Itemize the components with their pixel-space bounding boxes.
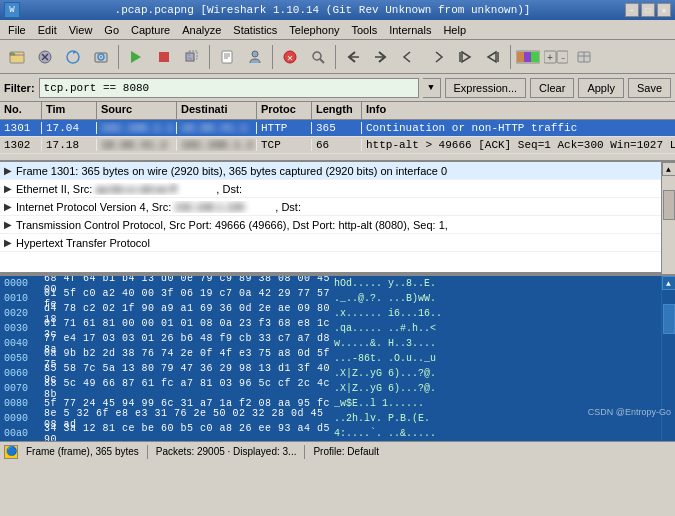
detail-row[interactable]: ▶ Internet Protocol Version 4, Src: 192.…	[0, 198, 661, 216]
minimize-button[interactable]: −	[625, 3, 639, 17]
status-separator-2	[304, 445, 305, 459]
col-header-dst: Destinati	[177, 102, 257, 119]
detail-text: Hypertext Transfer Protocol	[16, 237, 661, 249]
col-header-no: No.	[0, 102, 42, 119]
settings-button[interactable]	[571, 44, 597, 70]
status-icon: 🔵	[4, 445, 18, 459]
detail-row[interactable]: ▶ Ethernet II, Src: aa:bb:cc:dd:ee:ff , …	[0, 180, 661, 198]
close-button[interactable]: ✕	[657, 3, 671, 17]
first-button[interactable]	[452, 44, 478, 70]
menu-capture[interactable]: Capture	[125, 22, 176, 38]
col-header-info: Info	[362, 102, 675, 119]
packet-proto: HTTP	[257, 122, 312, 134]
filter-input[interactable]	[39, 78, 419, 98]
back-button[interactable]	[340, 44, 366, 70]
svg-point-7	[100, 56, 102, 58]
menu-edit[interactable]: Edit	[32, 22, 63, 38]
detail-arrow: ▶	[4, 237, 16, 248]
packet-list: No. Tim Sourc Destinati Protoc Length In…	[0, 102, 675, 160]
zoom-in-button[interactable]: +−	[543, 44, 569, 70]
packet-no: 1302	[0, 139, 42, 151]
svg-line-20	[320, 59, 324, 63]
restart-button[interactable]	[179, 44, 205, 70]
detail-row[interactable]: ▶ Hypertext Transfer Protocol	[0, 234, 661, 252]
col-header-proto: Protoc	[257, 102, 312, 119]
menu-go[interactable]: Go	[98, 22, 125, 38]
menu-tools[interactable]: Tools	[346, 22, 384, 38]
col-header-time: Tim	[42, 102, 97, 119]
stop-button[interactable]: ✕	[277, 44, 303, 70]
scroll-up-arrow[interactable]: ▲	[662, 162, 676, 176]
filter-dropdown-button[interactable]: ▼	[423, 78, 441, 98]
menu-view[interactable]: View	[63, 22, 99, 38]
hex-row: 00a0 34 3a 12 81 ce be 60 b5 c0 a8 26 ee…	[0, 426, 661, 441]
open-file-button[interactable]	[4, 44, 30, 70]
close-file-button[interactable]	[32, 44, 58, 70]
packet-no: 1301	[0, 122, 42, 134]
svg-text:+: +	[547, 53, 553, 64]
svg-point-19	[313, 52, 321, 60]
detail-arrow: ▶	[4, 201, 16, 212]
svg-rect-28	[531, 52, 539, 62]
packets-status: Packets: 29005 · Displayed: 3...	[156, 446, 297, 457]
forward-button[interactable]	[368, 44, 394, 70]
start-capture-button[interactable]	[123, 44, 149, 70]
app-icon: W	[4, 2, 20, 18]
colorize-button[interactable]	[515, 44, 541, 70]
expression-button[interactable]: Expression...	[445, 78, 527, 98]
menu-analyze[interactable]: Analyze	[176, 22, 227, 38]
clear-button[interactable]: Clear	[530, 78, 574, 98]
detail-text: Frame 1301: 365 bytes on wire (2920 bits…	[16, 165, 661, 177]
packet-row[interactable]: 1302 17.18 10.66.41.2 192.168.1.2 TCP 66…	[0, 137, 675, 154]
watermark: CSDN @Entropy-Go	[588, 407, 671, 417]
apply-button[interactable]: Apply	[578, 78, 624, 98]
col-header-len: Length	[312, 102, 362, 119]
status-bar: 🔵 Frame (frame), 365 bytes Packets: 2900…	[0, 441, 675, 461]
detail-row[interactable]: ▶ Transmission Control Protocol, Src Por…	[0, 216, 661, 234]
next-button[interactable]	[424, 44, 450, 70]
last-button[interactable]	[480, 44, 506, 70]
packet-time: 17.04	[42, 122, 97, 134]
detail-arrow: ▶	[4, 165, 16, 176]
window-title: .pcap.pcapng [Wireshark 1.10.14 (Git Rev…	[20, 4, 625, 16]
scrollbar-thumb[interactable]	[663, 190, 675, 220]
menu-statistics[interactable]: Statistics	[227, 22, 283, 38]
packet-list-area: No. Tim Sourc Destinati Protoc Length In…	[0, 102, 675, 162]
detail-row[interactable]: ▶ Frame 1301: 365 bytes on wire (2920 bi…	[0, 162, 661, 180]
save-button[interactable]: Save	[628, 78, 671, 98]
toolbar: ✕ +−	[0, 40, 675, 74]
detail-arrow: ▶	[4, 219, 16, 230]
menu-file[interactable]: File	[2, 22, 32, 38]
detail-arrow: ▶	[4, 183, 16, 194]
title-bar: W .pcap.pcapng [Wireshark 1.10.14 (Git R…	[0, 0, 675, 20]
menu-internals[interactable]: Internals	[383, 22, 437, 38]
svg-rect-26	[517, 52, 524, 62]
detail-text: Internet Protocol Version 4, Src: 192.16…	[16, 201, 661, 213]
packet-dst: 192.168.1.2	[177, 139, 257, 151]
menu-bar: File Edit View Go Capture Analyze Statis…	[0, 20, 675, 40]
packet-proto: TCP	[257, 139, 312, 151]
edit-button[interactable]	[214, 44, 240, 70]
packet-dst: 10.66.41.1	[177, 122, 257, 134]
packet-src: 10.66.41.2	[97, 139, 177, 151]
hex-scroll-up[interactable]: ▲	[662, 276, 676, 290]
toolbar-sep-5	[510, 45, 511, 69]
status-separator	[147, 445, 148, 459]
menu-help[interactable]: Help	[437, 22, 472, 38]
toolbar-sep-2	[209, 45, 210, 69]
maximize-button[interactable]: □	[641, 3, 655, 17]
menu-telephony[interactable]: Telephony	[283, 22, 345, 38]
reload-button[interactable]	[60, 44, 86, 70]
packet-row[interactable]: 1301 17.04 192.168.1.1 10.66.41.1 HTTP 3…	[0, 120, 675, 137]
capture-options-button[interactable]	[88, 44, 114, 70]
hex-scrollbar-thumb[interactable]	[663, 304, 675, 334]
prev-button[interactable]	[396, 44, 422, 70]
stop-capture-button[interactable]	[151, 44, 177, 70]
details-scrollbar[interactable]: ▲	[661, 162, 675, 274]
svg-rect-12	[222, 51, 232, 63]
find-button[interactable]	[305, 44, 331, 70]
packet-len: 365	[312, 122, 362, 134]
packet-details: ▶ Frame 1301: 365 bytes on wire (2920 bi…	[0, 162, 661, 274]
packet-len: 66	[312, 139, 362, 151]
properties-button[interactable]	[242, 44, 268, 70]
